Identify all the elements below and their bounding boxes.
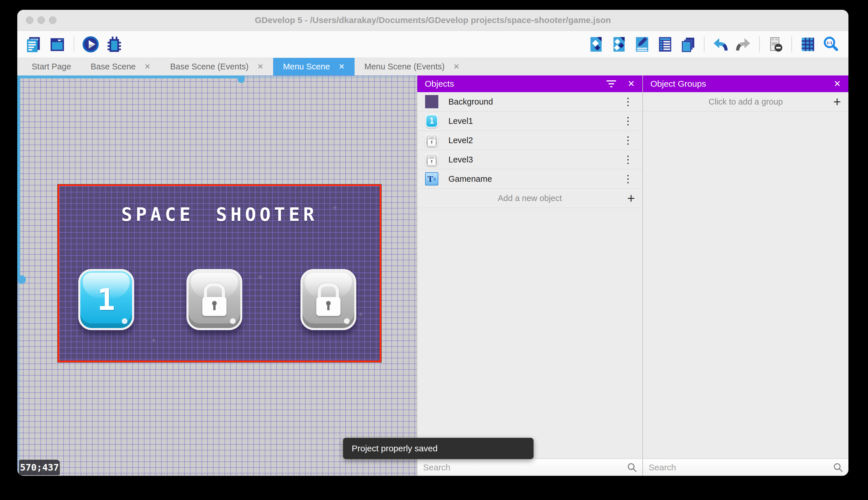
- lock-icon: [316, 283, 340, 316]
- tab-label: Base Scene (Events): [170, 62, 248, 71]
- tab-label: Menu Scene: [283, 62, 330, 71]
- level1-button-instance[interactable]: 1: [78, 269, 134, 330]
- tab-base-scene[interactable]: Base Scene ✕: [81, 58, 160, 76]
- toolbar-separator: [74, 36, 74, 53]
- title-bar: GDevelop 5 - /Users/dkarakay/Documents/G…: [17, 10, 848, 31]
- cursor-coordinates-badge: 570;437: [19, 460, 60, 475]
- toolbar-right-group: 1:1: [587, 35, 848, 53]
- svg-text:1:1: 1:1: [826, 41, 832, 45]
- close-tab-icon[interactable]: ✕: [338, 62, 345, 71]
- object-row-gamename[interactable]: Tx Gamename ⋮: [417, 169, 642, 189]
- close-tab-icon[interactable]: ✕: [257, 62, 263, 71]
- project-manager-icon[interactable]: [25, 35, 43, 53]
- close-tab-icon[interactable]: ✕: [453, 62, 460, 71]
- search-icon[interactable]: [627, 462, 637, 473]
- objects-search-bar: [417, 459, 642, 476]
- start-page-window-icon[interactable]: [48, 35, 66, 53]
- tab-menu-scene-events[interactable]: Menu Scene (Events) ✕: [354, 58, 469, 76]
- scene-editor-canvas[interactable]: SPACE SHOOTER 1 570;4: [17, 76, 417, 476]
- objects-search-input[interactable]: [422, 462, 627, 473]
- object-row-level1[interactable]: 1 Level1 ⋮: [417, 112, 642, 131]
- undo-icon[interactable]: [712, 35, 729, 53]
- filmstrip-mask-icon[interactable]: [767, 35, 785, 53]
- layers-editor-icon[interactable]: [679, 35, 697, 53]
- tab-label: Base Scene: [91, 62, 136, 71]
- properties-pencil-icon[interactable]: [633, 35, 651, 53]
- toolbar-separator: [759, 36, 760, 53]
- locked-button-thumbnail: [425, 133, 438, 147]
- plus-icon[interactable]: +: [833, 95, 841, 108]
- level3-locked-button-instance[interactable]: [301, 269, 356, 330]
- objects-panel-header: Objects ✕: [417, 76, 642, 92]
- object-row-background[interactable]: Background ⋮: [417, 92, 642, 112]
- vertical-scrollbar[interactable]: [17, 76, 20, 476]
- toolbar-separator: [791, 36, 792, 53]
- object-menu-kebab-icon[interactable]: ⋮: [621, 155, 635, 165]
- filter-icon[interactable]: [606, 80, 616, 87]
- object-menu-kebab-icon[interactable]: ⋮: [621, 135, 635, 146]
- screenshot-stage: GDevelop 5 - /Users/dkarakay/Documents/G…: [0, 0, 868, 500]
- level2-locked-button-instance[interactable]: [187, 269, 242, 330]
- object-menu-kebab-icon[interactable]: ⋮: [621, 174, 635, 184]
- star-decoration: [258, 272, 262, 281]
- object-menu-kebab-icon[interactable]: ⋮: [621, 116, 635, 126]
- background-thumbnail: [425, 95, 438, 109]
- instances-list-icon[interactable]: [656, 35, 674, 53]
- locked-button-thumbnail: [425, 153, 438, 167]
- save-toast: Project properly saved: [343, 438, 533, 459]
- close-panel-icon[interactable]: ✕: [834, 79, 841, 88]
- level1-button-thumbnail: 1: [425, 114, 438, 128]
- text-object-thumbnail: Tx: [425, 172, 438, 186]
- window-title: GDevelop 5 - /Users/dkarakay/Documents/G…: [17, 10, 848, 31]
- object-groups-editor-icon[interactable]: [610, 35, 628, 53]
- content-area: SPACE SHOOTER 1 570;4: [17, 76, 848, 476]
- toolbar-left-group: [17, 35, 123, 53]
- lock-icon: [202, 283, 226, 316]
- redo-icon[interactable]: [735, 35, 752, 53]
- debugger-bug-icon[interactable]: [105, 35, 123, 53]
- objects-panel-title: Objects: [425, 79, 454, 89]
- star-decoration: [151, 336, 156, 345]
- tab-base-scene-events[interactable]: Base Scene (Events) ✕: [160, 58, 273, 76]
- groups-search-bar: [643, 459, 848, 476]
- object-groups-panel: Object Groups ✕ Click to add a group +: [643, 76, 848, 476]
- horizontal-scrollbar-knob[interactable]: [238, 76, 245, 83]
- tab-menu-scene[interactable]: Menu Scene ✕: [273, 58, 354, 76]
- object-menu-kebab-icon[interactable]: ⋮: [621, 96, 635, 107]
- object-row-level3[interactable]: Level3 ⋮: [417, 150, 642, 169]
- toolbar-separator: [704, 36, 705, 53]
- horizontal-scrollbar-thumb[interactable]: [17, 76, 244, 78]
- groups-search-input[interactable]: [648, 462, 833, 473]
- zoom-one-to-one-icon[interactable]: 1:1: [822, 35, 840, 53]
- groups-panel-empty-area: [643, 112, 848, 459]
- search-icon[interactable]: [833, 462, 843, 473]
- game-title-text-instance[interactable]: SPACE SHOOTER: [59, 204, 379, 225]
- vertical-scrollbar-knob[interactable]: [17, 275, 26, 284]
- close-tab-icon[interactable]: ✕: [144, 62, 151, 71]
- object-row-level2[interactable]: Level2 ⋮: [417, 131, 642, 150]
- plus-icon[interactable]: +: [627, 192, 635, 205]
- tab-label: Menu Scene (Events): [364, 62, 445, 71]
- scene-background-instance[interactable]: SPACE SHOOTER 1: [58, 184, 381, 362]
- preview-play-icon[interactable]: [82, 35, 99, 53]
- objects-panel-empty-area: [417, 208, 642, 459]
- level1-digit: 1: [97, 282, 115, 317]
- add-new-object-button[interactable]: Add a new object +: [417, 189, 642, 208]
- editor-tab-bar: Start Page Base Scene ✕ Base Scene (Even…: [17, 58, 848, 76]
- tab-start-page[interactable]: Start Page: [22, 58, 81, 76]
- tab-label: Start Page: [32, 62, 71, 71]
- vertical-scrollbar-thumb[interactable]: [17, 76, 20, 281]
- close-panel-icon[interactable]: ✕: [628, 79, 635, 88]
- horizontal-scrollbar[interactable]: [17, 76, 417, 78]
- gdevelop-window: GDevelop 5 - /Users/dkarakay/Documents/G…: [17, 10, 848, 476]
- object-groups-panel-title: Object Groups: [650, 79, 706, 89]
- main-toolbar: 1:1: [17, 31, 848, 58]
- object-groups-panel-header: Object Groups ✕: [643, 76, 848, 92]
- star-decoration: [359, 310, 363, 319]
- grid-toggle-icon[interactable]: [799, 35, 817, 53]
- add-group-button[interactable]: Click to add a group +: [643, 92, 848, 112]
- objects-panel: Objects ✕ Background ⋮ 1 Level1 ⋮: [417, 76, 642, 476]
- objects-editor-icon[interactable]: [587, 35, 605, 53]
